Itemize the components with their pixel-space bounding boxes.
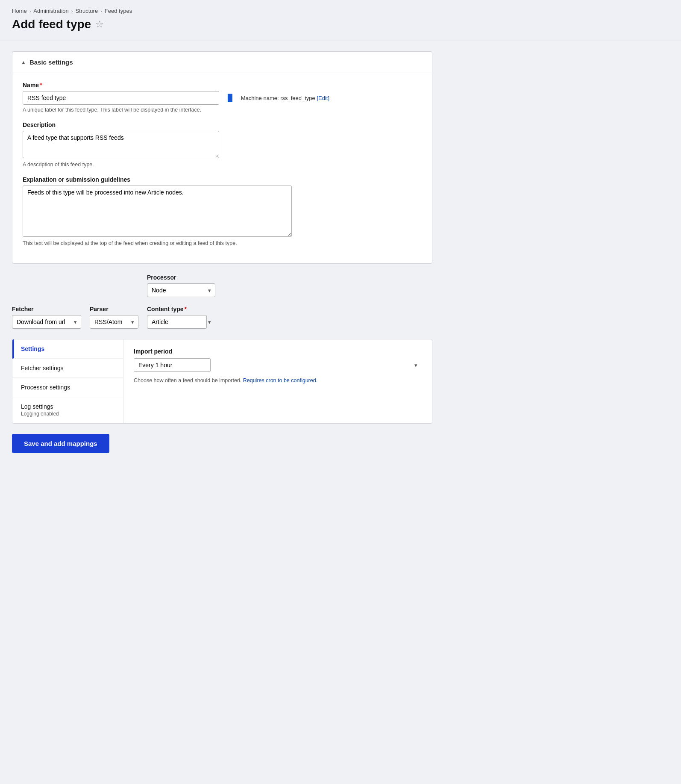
log-settings-label: Log settings <box>21 403 114 410</box>
breadcrumb-structure[interactable]: Structure <box>75 8 98 14</box>
guidelines-input[interactable]: Feeds of this type will be processed int… <box>23 186 292 237</box>
content-type-select-wrapper[interactable]: Article Page Blog post <box>147 315 215 329</box>
fetcher-select-wrapper[interactable]: Download from url Upload file None <box>12 315 81 329</box>
basic-settings-body: Name* ▐▌ Machine name: rss_feed_type [Ed… <box>12 73 432 263</box>
breadcrumb-sep-2: › <box>71 9 73 14</box>
settings-sidebar: Settings Fetcher settings Processor sett… <box>12 339 432 423</box>
fetcher-select[interactable]: Download from url Upload file None <box>12 315 81 329</box>
guidelines-help-text: This text will be displayed at the top o… <box>23 240 422 246</box>
processor-group: Processor Node User Term None Content ty… <box>147 274 215 329</box>
basic-settings-card: ▲ Basic settings Name* ▐▌ Machine name: … <box>12 51 432 264</box>
settings-content: Import period Every 15 minutes Every 30 … <box>123 339 432 423</box>
page-header: Home › Administration › Structure › Feed… <box>0 0 681 41</box>
parser-group: Parser RSS/Atom CSV OPML None <box>90 306 138 329</box>
machine-name-display: Machine name: rss_feed_type [Edit] <box>241 95 329 101</box>
page-title: Add feed type <box>12 18 91 31</box>
settings-nav-main-label: Settings <box>21 345 44 352</box>
guidelines-field-group: Explanation or submission guidelines Fee… <box>23 176 422 246</box>
processor-label: Processor <box>147 274 215 281</box>
fetcher-label: Fetcher <box>12 306 81 312</box>
voice-icon: ▐▌ <box>225 94 235 102</box>
settings-nav-processor[interactable]: Processor settings <box>12 378 123 397</box>
breadcrumb-admin[interactable]: Administration <box>33 8 68 14</box>
settings-nav-fetcher[interactable]: Fetcher settings <box>12 359 123 378</box>
import-period-group: Import period Every 15 minutes Every 30 … <box>134 348 422 383</box>
parser-select-wrapper[interactable]: RSS/Atom CSV OPML None <box>90 315 138 329</box>
plugin-row: Fetcher Download from url Upload file No… <box>12 274 432 329</box>
breadcrumb-home[interactable]: Home <box>12 8 27 14</box>
description-field-group: Description A feed type that supports RS… <box>23 121 422 168</box>
log-settings-sublabel: Logging enabled <box>21 411 114 417</box>
name-field-group: Name* ▐▌ Machine name: rss_feed_type [Ed… <box>23 82 422 113</box>
save-mappings-button[interactable]: Save and add mappings <box>12 434 109 453</box>
description-help-text: A description of this feed type. <box>23 162 422 168</box>
guidelines-label: Explanation or submission guidelines <box>23 176 422 183</box>
machine-name-edit-link[interactable]: [Edit] <box>317 95 329 101</box>
page-content: ▲ Basic settings Name* ▐▌ Machine name: … <box>0 41 444 474</box>
fetcher-settings-label: Fetcher settings <box>21 365 64 371</box>
fetcher-group: Fetcher Download from url Upload file No… <box>12 306 81 329</box>
cron-config-link[interactable]: Requires cron to be configured. <box>243 377 317 383</box>
name-label: Name* <box>23 82 422 88</box>
basic-settings-title: Basic settings <box>29 59 73 66</box>
breadcrumb-feed-types[interactable]: Feed types <box>105 8 132 14</box>
name-input-wrapper: ▐▌ Machine name: rss_feed_type [Edit] <box>23 91 422 105</box>
import-period-select[interactable]: Every 15 minutes Every 30 minutes Every … <box>134 358 211 372</box>
breadcrumb-sep-1: › <box>29 9 31 14</box>
import-period-select-wrapper[interactable]: Every 15 minutes Every 30 minutes Every … <box>134 358 422 372</box>
favorite-star-icon[interactable]: ☆ <box>95 19 104 30</box>
content-type-select[interactable]: Article Page Blog post <box>147 315 207 329</box>
breadcrumb-sep-3: › <box>100 9 102 14</box>
description-label: Description <box>23 121 422 128</box>
settings-nav-main[interactable]: Settings <box>12 339 123 359</box>
processor-settings-label: Processor settings <box>21 384 70 391</box>
import-period-label: Import period <box>134 348 422 355</box>
settings-section: Settings Fetcher settings Processor sett… <box>12 339 432 424</box>
parser-label: Parser <box>90 306 138 312</box>
basic-settings-header[interactable]: ▲ Basic settings <box>12 52 432 73</box>
name-required: * <box>40 82 42 88</box>
content-type-group: Content type* Article Page Blog post <box>147 306 215 329</box>
content-type-label: Content type* <box>147 306 215 312</box>
settings-nav: Settings Fetcher settings Processor sett… <box>12 339 123 423</box>
processor-select-wrapper[interactable]: Node User Term None <box>147 283 215 297</box>
parser-select[interactable]: RSS/Atom CSV OPML None <box>90 315 138 329</box>
name-input[interactable] <box>23 91 219 105</box>
settings-nav-log[interactable]: Log settings Logging enabled <box>12 397 123 423</box>
description-input[interactable]: A feed type that supports RSS feeds <box>23 131 219 158</box>
collapse-icon: ▲ <box>21 59 26 65</box>
processor-select[interactable]: Node User Term None <box>147 283 215 297</box>
name-help-text: A unique label for this feed type. This … <box>23 107 422 113</box>
breadcrumb: Home › Administration › Structure › Feed… <box>12 8 669 14</box>
import-period-help: Choose how often a feed should be import… <box>134 377 422 383</box>
